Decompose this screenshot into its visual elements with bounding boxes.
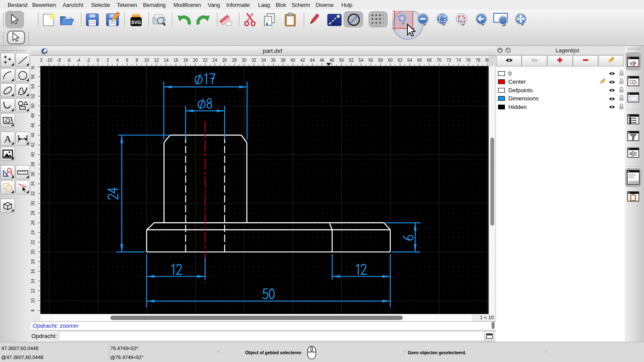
svg-text:16: 16 bbox=[31, 269, 35, 274]
svg-text:80: 80 bbox=[485, 58, 489, 63]
svg-text:20: 20 bbox=[193, 58, 198, 63]
svg-text:0: 0 bbox=[97, 58, 99, 63]
svg-text:-10: -10 bbox=[46, 58, 52, 63]
svg-text:22: 22 bbox=[31, 240, 35, 245]
svg-text:38: 38 bbox=[31, 162, 35, 167]
svg-text:30: 30 bbox=[242, 58, 247, 63]
svg-text:34: 34 bbox=[261, 58, 266, 63]
svg-text:50: 50 bbox=[339, 58, 344, 63]
svg-text:10: 10 bbox=[144, 58, 149, 63]
svg-text:12: 12 bbox=[154, 58, 159, 63]
svg-text:20: 20 bbox=[31, 249, 35, 254]
svg-text:46: 46 bbox=[320, 58, 325, 63]
svg-text:36: 36 bbox=[31, 172, 35, 177]
svg-text:40: 40 bbox=[290, 58, 295, 63]
svg-text:46: 46 bbox=[31, 123, 35, 128]
svg-text:4: 4 bbox=[116, 58, 119, 63]
svg-text:64: 64 bbox=[407, 58, 413, 63]
svg-text:66: 66 bbox=[417, 58, 422, 63]
svg-text:2: 2 bbox=[106, 58, 109, 63]
svg-text:44: 44 bbox=[310, 58, 315, 63]
svg-text:26: 26 bbox=[31, 220, 35, 225]
svg-text:16: 16 bbox=[173, 58, 179, 63]
svg-text:22: 22 bbox=[203, 58, 208, 63]
svg-text:60: 60 bbox=[388, 58, 393, 63]
svg-text:52: 52 bbox=[349, 58, 354, 63]
svg-text:32: 32 bbox=[252, 58, 257, 63]
svg-text:6: 6 bbox=[126, 58, 128, 63]
svg-text:36: 36 bbox=[271, 58, 276, 63]
svg-text:28: 28 bbox=[31, 211, 35, 216]
svg-text:-12: -12 bbox=[40, 58, 43, 63]
svg-text:56: 56 bbox=[368, 58, 374, 63]
svg-text:78: 78 bbox=[476, 58, 481, 63]
svg-text:40: 40 bbox=[31, 152, 35, 157]
svg-text:12: 12 bbox=[31, 288, 35, 293]
svg-text:62: 62 bbox=[398, 58, 403, 63]
svg-text:10: 10 bbox=[31, 298, 35, 303]
svg-text:54: 54 bbox=[358, 58, 364, 63]
svg-text:30: 30 bbox=[31, 201, 35, 206]
svg-text:24: 24 bbox=[213, 58, 218, 63]
svg-text:76: 76 bbox=[466, 58, 471, 63]
svg-text:34: 34 bbox=[31, 181, 35, 187]
svg-text:58: 58 bbox=[378, 58, 383, 63]
svg-text:-2: -2 bbox=[86, 58, 90, 63]
svg-text:A: A bbox=[4, 133, 12, 145]
svg-text:SVG: SVG bbox=[131, 20, 141, 25]
svg-text:70: 70 bbox=[437, 58, 442, 63]
svg-text:44: 44 bbox=[31, 133, 35, 138]
svg-text:52: 52 bbox=[31, 94, 35, 99]
svg-text:48: 48 bbox=[329, 58, 334, 63]
svg-text:68: 68 bbox=[427, 58, 432, 63]
svg-text:56: 56 bbox=[31, 74, 35, 79]
svg-text:72: 72 bbox=[447, 58, 452, 63]
svg-text:48: 48 bbox=[31, 113, 35, 118]
svg-text:-4: -4 bbox=[76, 58, 80, 63]
svg-text:42: 42 bbox=[300, 58, 305, 63]
svg-text:-6: -6 bbox=[67, 58, 70, 63]
svg-text:32: 32 bbox=[31, 191, 35, 196]
svg-text:50: 50 bbox=[31, 103, 35, 109]
svg-text:18: 18 bbox=[183, 58, 188, 63]
svg-text:38: 38 bbox=[281, 58, 286, 63]
svg-text:14: 14 bbox=[164, 58, 169, 63]
svg-text:74: 74 bbox=[456, 58, 461, 63]
svg-text:42: 42 bbox=[31, 142, 35, 148]
svg-text:18: 18 bbox=[31, 259, 35, 264]
svg-text:54: 54 bbox=[31, 84, 35, 89]
svg-text:58: 58 bbox=[31, 66, 35, 69]
svg-text:8: 8 bbox=[31, 309, 35, 311]
svg-text:26: 26 bbox=[222, 58, 228, 63]
svg-text:-8: -8 bbox=[57, 58, 61, 63]
svg-text:24: 24 bbox=[31, 230, 35, 235]
svg-text:8: 8 bbox=[136, 58, 138, 63]
svg-text:14: 14 bbox=[31, 279, 35, 284]
svg-text:28: 28 bbox=[232, 58, 237, 63]
svg-text:command: command bbox=[629, 181, 638, 184]
